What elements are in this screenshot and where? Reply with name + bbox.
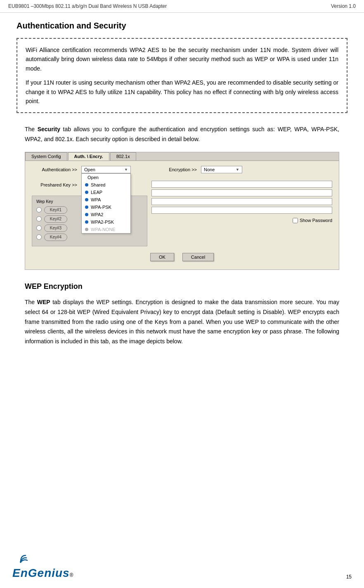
input-field-1[interactable]: [151, 181, 332, 188]
dropdown-item-wpa[interactable]: WPA: [82, 196, 130, 203]
dot-wpanone: [85, 228, 88, 231]
dropdown-item-leap[interactable]: LEAP: [82, 189, 130, 196]
ok-button[interactable]: OK: [150, 253, 174, 261]
preshared-label: Preshared Key >>: [32, 182, 77, 187]
dot-leap: [85, 191, 88, 194]
auth-row: Authentication >> Open ▼ Open: [32, 166, 147, 173]
input-field-3[interactable]: [151, 198, 332, 205]
auth-value: Open: [84, 167, 95, 172]
section2-body: The WEP tab displays the WEP settings. E…: [17, 298, 347, 347]
dot-wpa2psk: [85, 220, 88, 224]
logo-text: EnGenius: [12, 567, 70, 580]
warning-para2: If your 11N router is using security mec…: [26, 78, 338, 106]
section1-title: Authentication and Security: [17, 21, 347, 31]
section1-body: The Security tab allows you to configure…: [17, 125, 347, 144]
dot-wpapsk: [85, 205, 88, 209]
dropdown-item-wpapsk[interactable]: WPA-PSK: [82, 203, 130, 211]
show-password-row: Show Password: [293, 218, 332, 223]
key4-btn[interactable]: Key#4: [44, 234, 67, 241]
ui-body: Authentication >> Open ▼ Open: [25, 161, 339, 269]
ui-panel: System Config Auth. \ Encry. 802.1x Auth…: [25, 152, 339, 270]
auth-label: Authentication >>: [32, 167, 77, 172]
key3-radio[interactable]: [36, 225, 42, 231]
enc-dropdown[interactable]: None ▼: [201, 166, 242, 173]
tab-system-config[interactable]: System Config: [25, 152, 67, 161]
enc-label: Encryption >>: [151, 167, 197, 172]
auth-dropdown-container: Open ▼ Open Sh: [81, 166, 131, 173]
key3-btn[interactable]: Key#3: [44, 224, 67, 232]
section2-title: WEP Encryption: [17, 282, 347, 291]
warning-para1: WiFi Alliance certification recommends W…: [26, 45, 338, 73]
dropdown-item-open[interactable]: Open: [82, 174, 130, 181]
header-left: EUB9801 –300Mbps 802.11 a/b/g/n Dual Ban…: [8, 3, 167, 9]
svg-point-0: [20, 561, 21, 563]
dropdown-arrow: ▼: [124, 168, 128, 172]
cancel-button[interactable]: Cancel: [182, 253, 214, 261]
page-header: EUB9801 –300Mbps 802.11 a/b/g/n Dual Ban…: [0, 0, 364, 13]
header-right: Version 1.0: [331, 3, 356, 9]
auth-dropdown[interactable]: Open ▼: [81, 166, 131, 173]
page-footer: EnGenius ® 15: [0, 554, 364, 580]
engenius-logo: EnGenius ®: [12, 554, 73, 580]
input-field-2[interactable]: [151, 189, 332, 196]
show-password-checkbox[interactable]: [293, 218, 298, 223]
main-content: Authentication and Security WiFi Allianc…: [0, 13, 364, 371]
tab-8021x[interactable]: 802.1x: [110, 152, 136, 161]
dot-wpa2: [85, 213, 88, 216]
dropdown-item-shared[interactable]: Shared: [82, 181, 130, 189]
wifi-svg: [12, 554, 29, 564]
input-field-4[interactable]: [151, 207, 332, 214]
key1-btn[interactable]: Key#1: [44, 206, 67, 214]
logo-reg: ®: [70, 572, 73, 578]
tab-auth-encry[interactable]: Auth. \ Encry.: [68, 152, 109, 161]
key4-row: Key#4: [36, 234, 143, 241]
page-number: 15: [346, 574, 352, 580]
key2-btn[interactable]: Key#2: [44, 215, 67, 223]
logo-text-container: EnGenius ®: [12, 567, 73, 580]
enc-value: None: [204, 167, 215, 172]
dropdown-item-wpa2[interactable]: WPA2: [82, 211, 130, 218]
key1-radio[interactable]: [36, 207, 42, 213]
ui-tabs: System Config Auth. \ Encry. 802.1x: [25, 152, 339, 161]
key2-radio[interactable]: [36, 216, 42, 222]
dot-shared: [85, 183, 88, 187]
dropdown-item-wpa2psk[interactable]: WPA2-PSK: [82, 218, 130, 226]
enc-dropdown-arrow: ▼: [236, 168, 239, 172]
warning-box: WiFi Alliance certification recommends W…: [17, 38, 347, 113]
show-password-label: Show Password: [300, 218, 332, 223]
key4-radio[interactable]: [36, 234, 42, 240]
wifi-symbol: [12, 554, 29, 566]
dropdown-item-wpanone[interactable]: WPA-NONE: [82, 226, 130, 233]
dot-wpa: [85, 198, 88, 201]
auth-dropdown-menu: Open Shared LEAP: [81, 173, 131, 234]
btn-row: OK Cancel: [32, 253, 332, 264]
enc-row: Encryption >> None ▼: [151, 166, 332, 173]
